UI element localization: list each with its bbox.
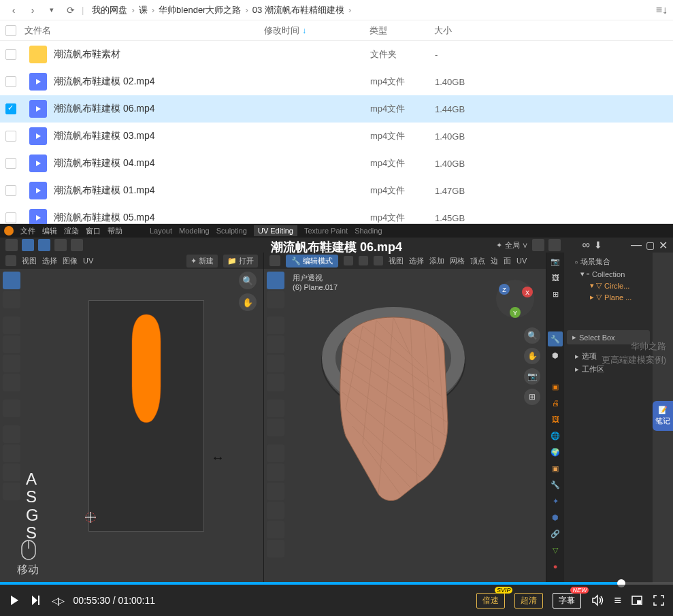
- header-icon[interactable]: [22, 239, 34, 251]
- vp-menu-face[interactable]: 面: [504, 256, 511, 266]
- editor-type-icon[interactable]: [269, 255, 280, 266]
- prop-render-icon[interactable]: ▣: [548, 379, 563, 394]
- tool-loopcut[interactable]: [267, 502, 284, 519]
- file-checkbox[interactable]: [5, 212, 16, 223]
- frame-step-button[interactable]: ◁|▷: [52, 596, 63, 606]
- column-size[interactable]: 大小: [434, 25, 668, 37]
- menu-file[interactable]: 文件: [20, 226, 35, 236]
- fullscreen-button[interactable]: [653, 594, 665, 606]
- uv-menu-image[interactable]: 图像: [63, 256, 78, 266]
- prop-world-icon[interactable]: 🌍: [548, 444, 563, 459]
- outliner-item[interactable]: ▸ ▽ Plane ...: [567, 291, 650, 303]
- file-checkbox[interactable]: [5, 76, 16, 87]
- maximize-icon[interactable]: ▢: [646, 240, 655, 250]
- tab-layout[interactable]: Layout: [150, 227, 172, 235]
- prop-modifier-icon[interactable]: 🔧: [548, 477, 563, 492]
- zoom-icon[interactable]: 🔍: [239, 272, 257, 289]
- tool-annotate[interactable]: [3, 400, 20, 417]
- sort-button[interactable]: ≡↓: [656, 4, 668, 16]
- refresh-button[interactable]: ⟳: [63, 2, 79, 18]
- vp-menu-uv[interactable]: UV: [516, 257, 527, 265]
- vertex-mode-icon[interactable]: [344, 256, 353, 265]
- playlist-button[interactable]: ≡: [614, 594, 621, 608]
- file-row[interactable]: 潮流帆布鞋建模 04.mp4mp4文件1.40GB: [0, 150, 673, 177]
- prop-output-icon[interactable]: 🖼: [548, 270, 563, 285]
- vp-menu-edge[interactable]: 边: [491, 256, 498, 266]
- subtitle-button[interactable]: 字幕 NEW: [553, 593, 581, 609]
- close-icon[interactable]: ✕: [659, 239, 668, 252]
- prop-particle-icon[interactable]: ✦: [548, 493, 563, 508]
- tool-scale[interactable]: [267, 355, 284, 372]
- tool-transform[interactable]: [267, 374, 284, 391]
- next-button[interactable]: [30, 594, 42, 606]
- prop-constraint-icon[interactable]: 🔗: [548, 526, 563, 541]
- tool-select[interactable]: [3, 272, 20, 289]
- file-checkbox[interactable]: [5, 131, 16, 142]
- prop-tool-icon[interactable]: 🔧: [548, 331, 563, 346]
- prop-output-icon[interactable]: 🖨: [548, 395, 563, 410]
- tool-inset[interactable]: [267, 464, 284, 481]
- viewport-gizmo[interactable]: X Y Z: [495, 278, 536, 319]
- header-icon[interactable]: [38, 239, 50, 251]
- tab-texture-paint[interactable]: Texture Paint: [304, 227, 348, 235]
- header-icon[interactable]: [532, 239, 544, 251]
- file-row[interactable]: 潮流帆布鞋素材文件夹-: [0, 41, 673, 68]
- tool-measure[interactable]: [267, 419, 284, 436]
- vp-menu-add[interactable]: 添加: [429, 256, 444, 266]
- face-mode-icon[interactable]: [374, 256, 383, 265]
- prop-object-icon[interactable]: ▣: [548, 461, 563, 476]
- uv-menu-view[interactable]: 视图: [22, 256, 37, 266]
- file-checkbox[interactable]: [5, 103, 16, 114]
- vp-menu-view[interactable]: 视图: [389, 256, 404, 266]
- camera-icon[interactable]: 📷: [524, 368, 540, 385]
- minimize-icon[interactable]: —: [631, 239, 642, 251]
- tab-shading[interactable]: Shading: [355, 227, 382, 235]
- menu-edit[interactable]: 编辑: [42, 226, 57, 236]
- tool-annotate[interactable]: [267, 400, 284, 417]
- tool-select[interactable]: [267, 272, 284, 289]
- uv-open-button[interactable]: 📁 打开: [223, 255, 258, 268]
- prop-render-icon[interactable]: 📷: [548, 254, 563, 269]
- outliner-item[interactable]: ▾ ▽ Circle...: [567, 280, 650, 291]
- vp-menu-vertex[interactable]: 顶点: [470, 256, 485, 266]
- notes-button[interactable]: 📝 笔记: [653, 401, 673, 431]
- menu-help[interactable]: 帮助: [108, 226, 122, 236]
- vp-menu-mesh[interactable]: 网格: [450, 256, 465, 266]
- menu-render[interactable]: 渲染: [64, 226, 79, 236]
- uv-canvas[interactable]: [88, 300, 204, 532]
- perspective-icon[interactable]: ⊞: [524, 389, 540, 405]
- file-row[interactable]: 潮流帆布鞋建模 03.mp4mp4文件1.40GB: [0, 123, 673, 150]
- select-all-checkbox[interactable]: [5, 25, 16, 36]
- tool-transform[interactable]: [3, 374, 20, 391]
- outliner-collection[interactable]: ▾ ▫ Collection: [567, 268, 650, 280]
- prop-scene-icon[interactable]: ⬢: [548, 348, 563, 363]
- tool-extrude[interactable]: [267, 444, 284, 462]
- speed-button[interactable]: 倍速 SVIP: [476, 593, 505, 609]
- mode-dropdown[interactable]: 🔧 编辑模式: [286, 255, 338, 268]
- tool-scale[interactable]: [3, 355, 20, 372]
- file-checkbox[interactable]: [5, 49, 16, 60]
- tool-cursor[interactable]: [3, 291, 20, 308]
- header-icon[interactable]: [54, 239, 67, 251]
- file-row[interactable]: 潮流帆布鞋建模 01.mp4mp4文件1.47GB: [0, 177, 673, 204]
- tool-cursor[interactable]: [267, 291, 284, 308]
- menu-window[interactable]: 窗口: [86, 226, 101, 236]
- zoom-icon[interactable]: 🔍: [524, 327, 540, 344]
- prop-viewlaytear-icon[interactable]: 🖼: [548, 412, 563, 427]
- breadcrumb-item[interactable]: 华帅blender大师之路: [159, 4, 241, 16]
- forward-button[interactable]: ›: [24, 2, 41, 18]
- file-row[interactable]: 潮流帆布鞋建模 02.mp4mp4文件1.40GB: [0, 68, 673, 95]
- tool-bevel[interactable]: [267, 483, 284, 500]
- tool-pinch[interactable]: [3, 483, 20, 500]
- outliner-scene[interactable]: ▫ 场景集合: [567, 255, 650, 268]
- tool-move[interactable]: [267, 317, 284, 334]
- header-icon[interactable]: [5, 239, 18, 251]
- column-type[interactable]: 类型: [370, 25, 434, 37]
- edge-mode-icon[interactable]: [359, 256, 368, 265]
- header-icon[interactable]: [71, 239, 83, 251]
- pan-icon[interactable]: ✋: [239, 293, 257, 311]
- tool-polybuild[interactable]: [267, 540, 284, 557]
- tool-relax[interactable]: [3, 464, 20, 481]
- download-icon[interactable]: ⬇: [594, 240, 602, 250]
- tool-knife[interactable]: [267, 521, 284, 538]
